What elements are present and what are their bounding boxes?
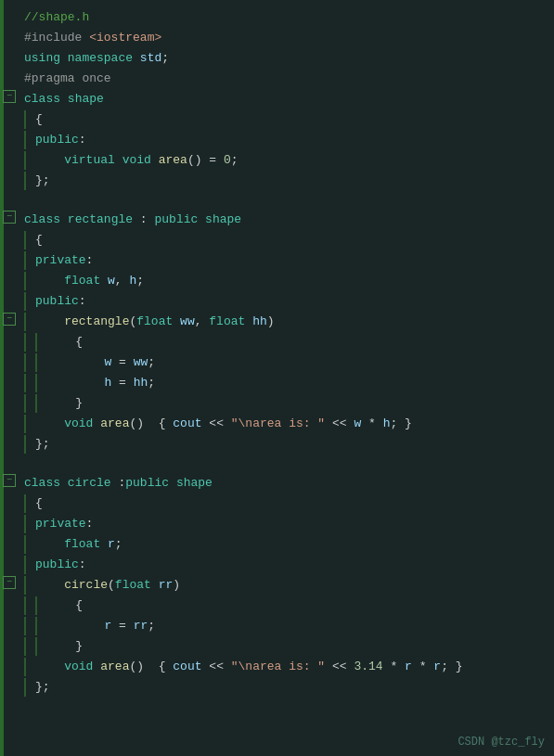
code-line-31: r = rr; (0, 616, 554, 636)
code-line-5: − class shape (0, 89, 554, 109)
watermark: CSDN @tzc_fly (457, 736, 545, 749)
collapse-button-circle[interactable]: − (0, 474, 20, 487)
line-content-32: } (20, 637, 554, 656)
code-line-13: private: (0, 250, 554, 271)
line-content-4: #pragma once (20, 70, 554, 88)
code-line-33: void area() { cout << "\narea is: " << 3… (0, 657, 554, 677)
line-content-30: { (20, 596, 554, 615)
line-content-19: h = hh; (20, 374, 554, 392)
line-content-24: class circle :public shape (20, 474, 554, 493)
collapse-icon-shape[interactable]: − (3, 90, 16, 103)
collapse-icon-rectangle[interactable]: − (3, 211, 16, 224)
line-content-31: r = rr; (20, 617, 554, 635)
collapse-button-rect-ctor[interactable]: − (0, 313, 20, 326)
code-line-2: #include <iostream> (0, 28, 554, 48)
collapse-icon-circle[interactable]: − (3, 474, 16, 487)
code-line-27: float r; (0, 534, 554, 555)
collapse-button-shape[interactable]: − (0, 90, 20, 103)
collapse-button-circle-ctor[interactable]: − (0, 576, 20, 589)
line-content-21: void area() { cout << "\narea is: " << w… (20, 415, 554, 433)
line-content-17: { (20, 333, 554, 352)
code-line-12: { (0, 230, 554, 250)
code-line-3: using namespace std; (0, 48, 554, 69)
code-line-8: virtual void area() = 0; (0, 150, 554, 171)
line-content-26: private: (20, 515, 554, 533)
line-content-16: rectangle(float ww, float hh) (20, 313, 554, 331)
code-line-21: void area() { cout << "\narea is: " << w… (0, 414, 554, 434)
line-content-27: float r; (20, 535, 554, 554)
line-content-18: w = ww; (20, 353, 554, 372)
line-content-7: public: (20, 131, 554, 149)
code-line-30: { (0, 596, 554, 616)
code-line-14: float w, h; (0, 271, 554, 291)
code-line-20: } (0, 393, 554, 414)
line-content-34: }; (20, 678, 554, 697)
code-line-34: }; (0, 677, 554, 698)
line-content-11: class rectangle : public shape (20, 211, 554, 229)
line-content-22: }; (20, 435, 554, 454)
line-content-8: virtual void area() = 0; (20, 151, 554, 170)
line-content-1: //shape.h (20, 8, 554, 27)
line-content-20: } (20, 394, 554, 413)
code-line-4: #pragma once (0, 69, 554, 89)
line-content-5: class shape (20, 90, 554, 109)
code-line-empty-2 (0, 455, 554, 473)
code-line-18: w = ww; (0, 352, 554, 373)
line-content-14: float w, h; (20, 272, 554, 290)
code-line-22: }; (0, 434, 554, 455)
code-line-25: { (0, 493, 554, 514)
line-content-2: #include <iostream> (20, 29, 554, 47)
code-editor: //shape.h #include <iostream> using name… (0, 0, 554, 756)
code-line-26: private: (0, 514, 554, 534)
line-content-25: { (20, 494, 554, 513)
line-content-3: using namespace std; (20, 49, 554, 68)
code-line-11: − class rectangle : public shape (0, 210, 554, 230)
collapse-icon-circle-ctor[interactable]: − (3, 576, 16, 589)
line-content-28: public: (20, 556, 554, 574)
line-content-9: }; (20, 172, 554, 190)
code-line-24: − class circle :public shape (0, 473, 554, 493)
code-line-17: { (0, 332, 554, 352)
line-content-29: circle(float rr) (20, 576, 554, 595)
line-content-33: void area() { cout << "\narea is: " << 3… (20, 658, 554, 676)
code-line-29: − circle(float rr) (0, 575, 554, 596)
collapse-icon-rect-ctor[interactable]: − (3, 313, 16, 326)
code-line-6: { (0, 109, 554, 130)
line-content-12: { (20, 231, 554, 250)
code-line-32: } (0, 636, 554, 657)
code-line-16: − rectangle(float ww, float hh) (0, 312, 554, 332)
line-content-13: private: (20, 251, 554, 270)
code-line-19: h = hh; (0, 373, 554, 393)
line-content-15: public: (20, 292, 554, 311)
code-line-7: public: (0, 130, 554, 150)
line-content-6: { (20, 110, 554, 129)
code-line-28: public: (0, 555, 554, 575)
code-line-1: //shape.h (0, 7, 554, 28)
code-line-9: }; (0, 171, 554, 191)
code-line-empty-1 (0, 191, 554, 210)
collapse-button-rectangle[interactable]: − (0, 211, 20, 224)
code-line-15: public: (0, 291, 554, 312)
